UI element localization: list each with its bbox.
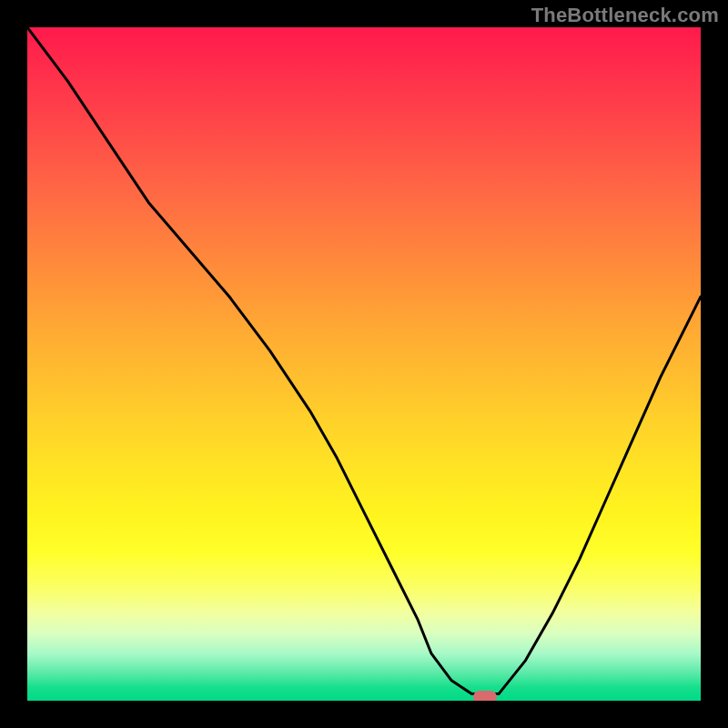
chart-container: TheBottleneck.com [0, 0, 728, 728]
bottleneck-curve [27, 27, 701, 694]
curve-svg [27, 27, 701, 701]
plot-area [27, 27, 701, 701]
watermark-text: TheBottleneck.com [531, 4, 719, 27]
optimal-marker [473, 691, 497, 701]
